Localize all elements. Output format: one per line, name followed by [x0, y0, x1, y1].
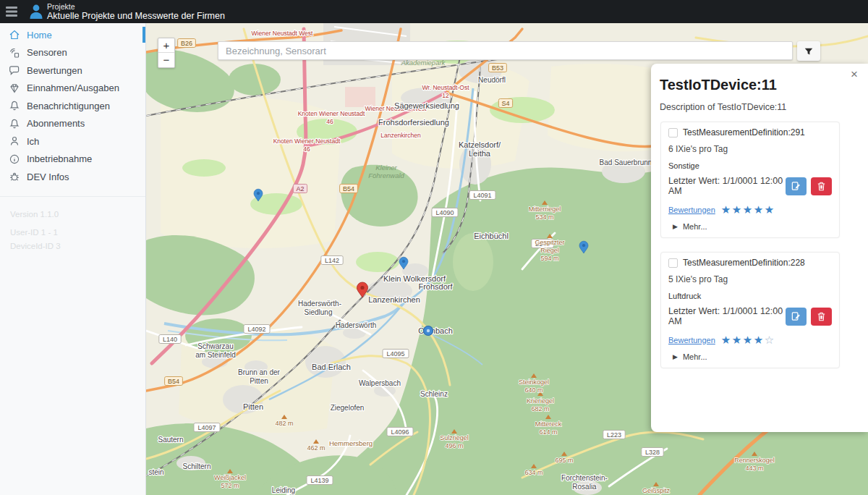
map-label: Knoten Wiener Neustadt — [273, 138, 341, 145]
measurement-checkbox[interactable] — [668, 128, 678, 138]
sidebar-item-abonnements[interactable]: Abonnements — [0, 115, 145, 133]
road-badge-b54: B54 — [340, 185, 358, 193]
user-avatar-icon[interactable] — [29, 4, 43, 20]
ratings-link[interactable]: Bewertungen — [668, 336, 715, 344]
map-label: 634 m — [524, 469, 542, 476]
close-icon[interactable]: × — [851, 68, 858, 80]
measurement-header-row: TestMeasurementDefinition:291 — [668, 127, 832, 138]
zoom-in-button[interactable]: + — [158, 38, 174, 53]
device-title: TestIoTDevice:11 — [660, 77, 777, 93]
sidebar-item-label: Ich — [27, 136, 39, 147]
device-detail-panel: × TestIoTDevice:11 Description of TestIo… — [651, 64, 868, 432]
ratings-row: Bewertungen★★★★★ — [668, 204, 832, 215]
info-icon — [9, 153, 20, 165]
funnel-icon — [804, 46, 814, 56]
map-label: Mittereck — [535, 420, 562, 428]
map-label: Gespitzter — [535, 239, 564, 246]
sidebar-item-dev-infos[interactable]: DEV Infos — [0, 168, 145, 186]
more-expander[interactable]: ▶Mehr... — [668, 222, 832, 231]
sidebar-item-label: Bewertungen — [27, 65, 82, 76]
svg-text:L140: L140 — [163, 336, 177, 343]
edit-button[interactable] — [786, 177, 807, 195]
last-value-text: Letzter Wert: 1/1/0001 12:00 AM — [668, 306, 786, 326]
sidebar-item-home[interactable]: Home — [0, 26, 145, 44]
map-label: 482 m — [275, 420, 293, 427]
home-icon — [9, 29, 20, 41]
delete-button[interactable] — [811, 177, 832, 195]
app-title: Projekte — [47, 2, 75, 11]
map-label: am Steinfeld — [195, 351, 236, 359]
map-label: Mitterriegel — [529, 206, 561, 213]
diamond-icon — [9, 82, 20, 94]
map-label: Lanzenkirchen — [380, 132, 421, 139]
svg-text:L4092: L4092 — [247, 326, 265, 333]
map-label: Schleinz — [420, 390, 448, 398]
sidebar-item-label: Inbetriebnahme — [27, 153, 92, 164]
measurement-card: TestMeasurementDefinition:2285 IXie's pr… — [660, 252, 840, 368]
last-value-text: Letzter Wert: 1/1/0001 12:00 AM — [668, 176, 786, 196]
map-label: 443 m — [745, 465, 763, 472]
map-label: Frohsdorfersiedlung — [378, 118, 449, 127]
map-label: Katzelsdorf/ — [459, 140, 501, 149]
road-badge-l328: L328 — [642, 448, 663, 457]
svg-text:L4097: L4097 — [197, 424, 216, 431]
map-label: 640 m — [524, 386, 542, 394]
map-marker-blue-circle[interactable] — [424, 326, 433, 336]
map-label: Lanzenkirchen — [368, 295, 420, 304]
road-badge-l4092: L4092 — [244, 325, 270, 334]
map-label: Wr. Neustadt-Ost — [422, 84, 469, 91]
map-label: Wiener Neustadt West — [252, 30, 314, 37]
trash-icon — [816, 311, 827, 322]
map-label: stein — [148, 468, 163, 476]
star-rating[interactable]: ★★★★☆ — [721, 334, 775, 345]
road-badge-l4139: L4139 — [307, 476, 333, 485]
measurement-category: Luftdruck — [668, 292, 832, 300]
map-label: Ziegelofen — [331, 404, 365, 412]
sidebar-item-benachrichtigungen[interactable]: Benachrichtigungen — [0, 97, 145, 115]
star-rating[interactable]: ★★★★★ — [721, 204, 775, 215]
measurement-header-row: TestMeasurementDefinition:228 — [668, 258, 832, 268]
sidebar-item-label: DEV Infos — [27, 172, 69, 182]
measurement-name: TestMeasurementDefinition:228 — [683, 258, 805, 268]
sidebar: HomeSensorenBewertungenEinnahmen/Ausgabe… — [0, 23, 146, 495]
sidebar-item-sensoren[interactable]: Sensoren — [0, 44, 145, 62]
map-label: Steinkogel — [519, 378, 549, 386]
map-label: Sägewerksiedlung — [394, 101, 459, 110]
map-label: 572 m — [221, 482, 239, 489]
map-label: Knoten Wiener Neustadt — [298, 110, 365, 117]
sidebar-item-inbetriebnahme[interactable]: Inbetriebnahme — [0, 151, 145, 169]
road-badge-l223: L223 — [603, 431, 625, 439]
search-input[interactable] — [218, 42, 792, 59]
map-label: 594 m — [540, 255, 558, 262]
svg-text:L4095: L4095 — [386, 350, 404, 358]
svg-text:L4096: L4096 — [391, 428, 409, 436]
map-label: Pitten — [243, 402, 263, 411]
map-label: 46 — [303, 145, 310, 153]
measurement-checkbox[interactable] — [668, 258, 678, 268]
sidebar-item-label: Sensoren — [27, 47, 67, 58]
more-expander[interactable]: ▶Mehr... — [668, 352, 832, 361]
menu-icon[interactable] — [6, 7, 17, 17]
caret-right-icon: ▶ — [673, 353, 678, 360]
road-badge-a2: A2 — [293, 185, 307, 193]
svg-text:A2: A2 — [296, 185, 304, 192]
edit-button[interactable] — [786, 308, 807, 326]
map-label: Föhrenwald — [368, 172, 404, 179]
map-label: Pitten — [250, 377, 268, 385]
svg-text:L142: L142 — [325, 257, 339, 264]
sidebar-item-einnahmen-ausgaben[interactable]: Einnahmen/Ausgaben — [0, 80, 145, 98]
measurement-card-list: TestMeasurementDefinition:2916 IXie's pr… — [660, 122, 840, 382]
filter-button[interactable] — [797, 41, 820, 61]
map-label: 46 — [326, 118, 333, 125]
sidebar-footer: Version 1.1.0User-ID 1 - 1DeviceId-ID 3 — [0, 197, 145, 250]
ratings-link[interactable]: Bewertungen — [668, 206, 715, 214]
bell-icon — [9, 118, 20, 130]
zoom-out-button[interactable]: − — [158, 53, 174, 67]
delete-button[interactable] — [811, 308, 832, 326]
svg-text:L4090: L4090 — [435, 209, 454, 216]
sidebar-item-bewertungen[interactable]: Bewertungen — [0, 62, 145, 80]
map-label: Bad Sauerbrunn — [600, 158, 652, 166]
sidebar-item-ich[interactable]: Ich — [0, 132, 145, 151]
map-label: Brunn an der — [238, 368, 280, 376]
measurement-frequency: 6 IXie's pro Tag — [668, 144, 832, 154]
